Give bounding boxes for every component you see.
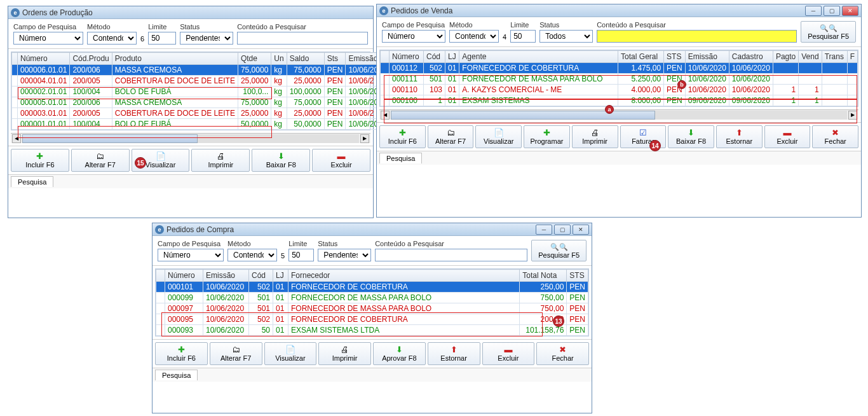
col-header[interactable]: Trans	[822, 51, 847, 63]
grid-producao[interactable]: NúmeroCód.ProduProdutoQtdeUnSaldoStsEmis…	[11, 52, 370, 130]
imprimir-button[interactable]: 🖨Imprimir	[572, 125, 618, 148]
visualizar-button[interactable]: 📄Visualizar	[264, 342, 317, 365]
hscrollbar[interactable]: ◀ ▶	[379, 109, 858, 120]
col-header[interactable]: LJ	[273, 270, 288, 282]
col-header[interactable]: LJ	[445, 51, 459, 63]
col-header[interactable]: STS	[664, 51, 686, 63]
table-row[interactable]: 00011250201FORNECEDOR DE COBERTURA1.475,…	[381, 63, 858, 74]
campo-select[interactable]: Número	[158, 249, 224, 261]
estornar-button[interactable]: ⬆Estornar	[428, 342, 480, 365]
col-header[interactable]: Vend	[799, 51, 822, 63]
excluir-button[interactable]: ▬Excluir	[312, 149, 370, 172]
incluir-button[interactable]: ✚Incluir F6	[155, 342, 208, 365]
col-header[interactable]	[12, 53, 18, 65]
limite-input[interactable]	[148, 32, 176, 45]
incluir-button[interactable]: ✚Incluir F6	[379, 125, 426, 148]
col-header[interactable]: Emissão	[203, 270, 249, 282]
grid-compra[interactable]: NúmeroEmissãoCódLJFornecedorTotal NotaST…	[155, 268, 589, 336]
metodo-select[interactable]: Contendo	[87, 32, 137, 45]
maximize-button[interactable]: ▢	[824, 6, 840, 16]
col-header[interactable]: Número	[390, 51, 424, 63]
scroll-left-icon[interactable]: ◀	[381, 111, 390, 120]
table-row[interactable]: 00010110/06/202050201FORNECEDOR DE COBER…	[156, 282, 588, 293]
col-header[interactable]	[156, 270, 165, 282]
status-select[interactable]: Todos	[539, 30, 593, 43]
imprimir-button[interactable]: 🖨Imprimir	[191, 149, 250, 172]
tab-pesquisa[interactable]: Pesquisa	[155, 370, 198, 380]
tab-pesquisa[interactable]: Pesquisa	[379, 153, 422, 163]
close-button[interactable]: ✕	[842, 6, 858, 16]
status-select[interactable]: Pendentes	[318, 249, 371, 261]
table-row[interactable]: 000006.01.01200/006MASSA CREMOSA75,0000k…	[12, 65, 390, 76]
col-header[interactable]: Sts	[324, 53, 346, 65]
col-header[interactable]: STS	[567, 270, 588, 282]
imprimir-button[interactable]: 🖨Imprimir	[318, 342, 371, 365]
limite-input[interactable]	[288, 249, 314, 261]
col-header[interactable]: Cód	[424, 51, 445, 63]
col-header[interactable]: Qtde	[238, 53, 271, 65]
col-header[interactable]	[381, 51, 390, 63]
scroll-left-icon[interactable]: ◀	[12, 134, 21, 143]
minimize-button[interactable]: ─	[805, 6, 822, 16]
pesquisar-button[interactable]: 🔍🔍Pesquisar F5	[531, 240, 587, 261]
estornar-button[interactable]: ⬆Estornar	[716, 125, 763, 148]
conteudo-input[interactable]	[237, 32, 368, 45]
aprovar-button[interactable]: ⬇Aprovar F8	[373, 342, 426, 365]
programar-button[interactable]: ✚Programar	[524, 125, 570, 148]
col-header[interactable]: Total Nota	[520, 270, 567, 282]
col-header[interactable]: Cód.Produ	[70, 53, 112, 65]
hscrollbar[interactable]: ◀ ▶	[11, 133, 370, 143]
col-header[interactable]: Número	[18, 53, 70, 65]
alterar-button[interactable]: 🗂Alterar F7	[428, 125, 474, 148]
conteudo-input[interactable]	[597, 30, 797, 43]
col-header[interactable]: F	[847, 51, 857, 63]
col-header[interactable]: Saldo	[287, 53, 324, 65]
conteudo-input[interactable]	[375, 249, 527, 261]
table-row[interactable]: 00011150101FORNECEDOR DE MASSA PARA BOLO…	[381, 74, 858, 85]
alterar-button[interactable]: 🗂Alterar F7	[71, 149, 130, 172]
tab-pesquisa[interactable]: Pesquisa	[11, 176, 53, 187]
col-header[interactable]: Produto	[112, 53, 238, 65]
titlebar[interactable]: e Pedidos de Venda ─ ▢ ✕	[377, 4, 861, 17]
table-row[interactable]: 000005.01.01200/006MASSA CREMOSA75,0000k…	[12, 97, 390, 108]
grid-venda[interactable]: NúmeroCódLJAgenteTotal GeralSTSEmissãoCa…	[379, 50, 858, 107]
scroll-right-icon[interactable]: ▶	[848, 111, 857, 120]
baixar-button[interactable]: ⬇Baixar F8	[252, 149, 310, 172]
baixar-button[interactable]: ⬇Baixar F8	[668, 125, 714, 148]
metodo-select[interactable]: Contendo	[449, 30, 499, 43]
campo-select[interactable]: Número	[382, 30, 445, 43]
table-row[interactable]: 000001.01.01100/004BOLO DE FUBÁ50,0000kg…	[12, 119, 390, 130]
col-header[interactable]: Pagto	[773, 51, 798, 63]
table-row[interactable]: 00009710/06/202050101FORNECEDOR DE MASSA…	[156, 303, 588, 314]
alterar-button[interactable]: 🗂Alterar F7	[210, 342, 262, 365]
incluir-button[interactable]: ✚Incluir F6	[11, 149, 69, 172]
excluir-button[interactable]: ▬Excluir	[482, 342, 535, 365]
table-row[interactable]: 000004.01.01200/005COBERTURA DE DOCE DE …	[12, 76, 390, 87]
table-row[interactable]: 00011010301A. KAZYS COMERCIAL - ME4.000,…	[381, 85, 858, 95]
status-select[interactable]: Pendentes	[180, 32, 233, 45]
fechar-button[interactable]: ✖Fechar	[812, 125, 858, 148]
table-row[interactable]: 00009510/06/202050201FORNECEDOR DE COBER…	[156, 314, 588, 325]
campo-select[interactable]: Número	[13, 32, 83, 45]
minimize-button[interactable]: ─	[536, 225, 552, 235]
col-header[interactable]: Cadastro	[729, 51, 773, 63]
titlebar[interactable]: e Ordens de Produção	[8, 6, 373, 19]
col-header[interactable]: Agente	[459, 51, 618, 63]
col-header[interactable]: Cód	[249, 270, 273, 282]
table-row[interactable]: 00009310/06/20205001EXSAM SISTEMAS LTDA1…	[156, 325, 588, 336]
col-header[interactable]: Un	[271, 53, 287, 65]
close-button[interactable]: ✕	[573, 225, 589, 235]
titlebar[interactable]: e Pedidos de Compra ─ ▢ ✕	[153, 223, 592, 236]
scroll-right-icon[interactable]: ▶	[360, 134, 369, 143]
limite-input[interactable]	[510, 30, 536, 43]
table-row[interactable]: 00009910/06/202050101FORNECEDOR DE MASSA…	[156, 293, 588, 303]
pesquisar-button[interactable]: 🔍🔍Pesquisar F5	[801, 21, 856, 43]
table-row[interactable]: 000100101EXSAM SISTEMAS8.000,00PEN09/06/…	[381, 95, 858, 106]
fechar-button[interactable]: ✖Fechar	[536, 342, 589, 365]
table-row[interactable]: 000002.01.01100/004BOLO DE FUBÁ100,0...k…	[12, 87, 390, 97]
col-header[interactable]: Emissão	[685, 51, 729, 63]
table-row[interactable]: 000003.01.01200/005COBERTURA DE DOCE DE …	[12, 108, 390, 119]
visualizar-button[interactable]: 📄Visualizar	[475, 125, 522, 148]
col-header[interactable]: Fornecedor	[288, 270, 520, 282]
col-header[interactable]: Total Geral	[618, 51, 664, 63]
